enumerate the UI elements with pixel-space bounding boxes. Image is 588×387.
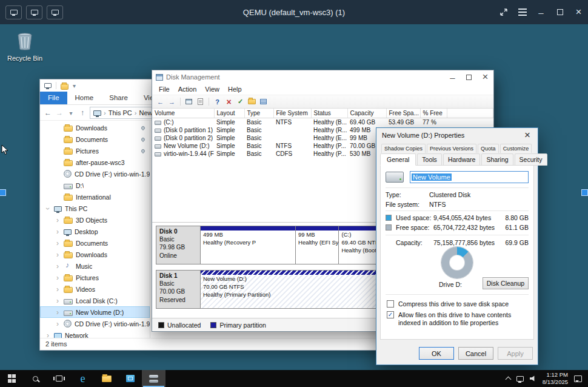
network-icon[interactable] xyxy=(516,376,524,382)
ok-button[interactable]: OK xyxy=(419,347,454,360)
sidebar-item-documents[interactable]: Documents xyxy=(40,237,150,249)
sidebar-item-documents[interactable]: Documents xyxy=(40,133,150,145)
disk-header-disk-0[interactable]: Disk 0Basic79.98 GBOnline xyxy=(156,226,201,264)
tab-general[interactable]: General xyxy=(380,153,416,166)
ribbon-tab-share[interactable]: Share xyxy=(101,92,136,104)
toolbar-check-icon[interactable] xyxy=(235,97,246,107)
dialog-titlebar[interactable]: New Volume (D:) Properties xyxy=(376,128,538,143)
column-header-free-spa[interactable]: Free Spa... xyxy=(386,109,420,118)
partition-499-mb[interactable]: 499 MBHealthy (Recovery P xyxy=(201,226,296,264)
sidebar-item-music[interactable]: Music xyxy=(40,260,150,272)
sidebar-item-3d-objects[interactable]: 3D Objects xyxy=(40,214,150,226)
sidebar-item-this-pc[interactable]: This PC xyxy=(40,203,150,214)
search-button[interactable] xyxy=(24,370,47,387)
sidebar-item-after-pause-wsc3[interactable]: after-pause-wsc3 xyxy=(40,156,150,168)
volume-row-c[interactable]: (C:)SimpleBasicNTFSHealthy (B...69.40 GB… xyxy=(152,118,493,126)
disk-management-taskbar-button[interactable] xyxy=(142,370,165,387)
column-header-free[interactable]: % Free xyxy=(420,109,447,118)
resize-handle-left[interactable] xyxy=(0,189,6,196)
qemu-display-button-2[interactable] xyxy=(26,5,42,19)
ribbon-tab-home[interactable]: Home xyxy=(67,92,102,104)
back-icon[interactable] xyxy=(44,109,52,117)
column-header-type[interactable]: Type xyxy=(244,109,273,118)
sidebar-item-new-volume-d[interactable]: New Volume (D:) xyxy=(40,306,150,318)
tab-customize[interactable]: Customize xyxy=(500,144,532,153)
sidebar-item-downloads[interactable]: Downloads xyxy=(40,249,150,260)
toolbar-forward-icon[interactable] xyxy=(167,97,177,107)
tray-expand-icon[interactable] xyxy=(505,377,511,383)
column-header-file-system[interactable]: File System xyxy=(273,109,311,118)
ribbon-tab-file[interactable]: File xyxy=(40,92,67,104)
pinned-app-button[interactable] xyxy=(118,370,142,387)
toolbar-view-icon[interactable] xyxy=(258,97,269,107)
sidebar-item-desktop[interactable]: Desktop xyxy=(40,226,150,237)
tab-shadow-copies[interactable]: Shadow Copies xyxy=(381,144,426,153)
maximize-button[interactable] xyxy=(461,70,477,84)
tab-previous-versions[interactable]: Previous Versions xyxy=(427,144,476,153)
compress-checkbox[interactable] xyxy=(387,300,394,308)
menu-view[interactable]: View xyxy=(201,85,224,93)
menu-help[interactable]: Help xyxy=(224,85,246,93)
disk-header-disk-1[interactable]: Disk 1Basic70.00 GBReserved xyxy=(156,270,201,309)
sidebar-item-cd-drive-f-virtio-win-1-9-44[interactable]: CD Drive (F:) virtio-win-1.9.44 xyxy=(40,318,150,329)
close-button[interactable] xyxy=(477,70,493,84)
toolbar-properties-icon[interactable] xyxy=(195,97,205,107)
tab-security[interactable]: Security xyxy=(515,153,547,166)
close-button[interactable] xyxy=(569,0,588,24)
column-header-volume[interactable]: Volume xyxy=(152,109,214,118)
column-header-capacity[interactable]: Capacity xyxy=(347,109,386,118)
tab-quota[interactable]: Quota xyxy=(478,144,499,153)
qemu-display-button-1[interactable] xyxy=(5,5,22,19)
index-checkbox[interactable] xyxy=(387,311,394,318)
menu-icon[interactable] xyxy=(513,0,532,24)
resize-handle-right[interactable] xyxy=(581,189,588,196)
menu-action[interactable]: Action xyxy=(174,85,201,93)
sidebar-item-network[interactable]: Network xyxy=(40,329,150,338)
sidebar-item-pictures[interactable]: Pictures xyxy=(40,272,150,283)
sidebar-item-d[interactable]: D:\ xyxy=(40,180,150,191)
volume-name-input[interactable]: New Volume xyxy=(410,171,529,183)
breadcrumb-segment[interactable]: This PC xyxy=(109,109,132,116)
apply-button[interactable]: Apply xyxy=(498,347,533,360)
disk-management-titlebar[interactable]: Disk Management xyxy=(152,70,493,84)
tab-sharing[interactable]: Sharing xyxy=(481,153,513,166)
partition-99-mb[interactable]: 99 MBHealthy (EFI Sy xyxy=(296,226,339,264)
toolbar-open-icon[interactable] xyxy=(247,97,257,107)
tab-tools[interactable]: Tools xyxy=(417,153,442,166)
qemu-titlebar[interactable]: QEMU (default_vm-wsc3) (1) xyxy=(0,0,588,24)
close-button[interactable] xyxy=(517,128,538,143)
recent-locations-icon[interactable] xyxy=(67,109,75,117)
fullscreen-icon[interactable] xyxy=(494,0,513,24)
quick-access-folder-icon[interactable] xyxy=(61,84,68,90)
file-explorer-button[interactable] xyxy=(95,370,118,387)
sidebar-item-pictures[interactable]: Pictures xyxy=(40,145,150,156)
tab-hardware[interactable]: Hardware xyxy=(443,153,481,166)
column-header-layout[interactable]: Layout xyxy=(214,109,244,118)
toolbar-back-icon[interactable] xyxy=(155,97,165,107)
vm-desktop[interactable]: Recycle Bin FileHomeShareView This PCNew… xyxy=(0,24,588,370)
up-icon[interactable] xyxy=(78,109,87,117)
action-center-icon[interactable] xyxy=(574,375,582,382)
sidebar-item-international[interactable]: International xyxy=(40,191,150,203)
toolbar-delete-volume-icon[interactable] xyxy=(224,97,234,107)
minimize-button[interactable] xyxy=(532,0,550,24)
internet-explorer-button[interactable]: e xyxy=(71,370,95,387)
maximize-button[interactable] xyxy=(550,0,569,24)
task-view-button[interactable] xyxy=(47,370,71,387)
disk-cleanup-button[interactable]: Disk Cleanup xyxy=(483,277,529,289)
cancel-button[interactable]: Cancel xyxy=(458,347,493,360)
column-header-status[interactable]: Status xyxy=(311,109,347,118)
qemu-display-button-3[interactable] xyxy=(47,5,63,19)
minimize-button[interactable] xyxy=(444,70,461,84)
sidebar-item-cd-drive-f-virtio-win-1-9-44[interactable]: CD Drive (F:) virtio-win-1.9.44 xyxy=(40,168,150,180)
start-button[interactable] xyxy=(0,370,24,387)
recycle-bin[interactable]: Recycle Bin xyxy=(5,32,45,62)
menu-file[interactable]: File xyxy=(155,85,174,93)
volume-icon[interactable] xyxy=(530,375,536,382)
sidebar-item-videos[interactable]: Videos xyxy=(40,283,150,295)
toolbar-help-icon[interactable] xyxy=(212,97,222,107)
sidebar-item-local-disk-c[interactable]: Local Disk (C:) xyxy=(40,295,150,306)
sidebar-item-downloads[interactable]: Downloads xyxy=(40,122,150,133)
forward-icon[interactable] xyxy=(55,109,64,117)
toolbar-console-tree-icon[interactable] xyxy=(184,97,194,107)
